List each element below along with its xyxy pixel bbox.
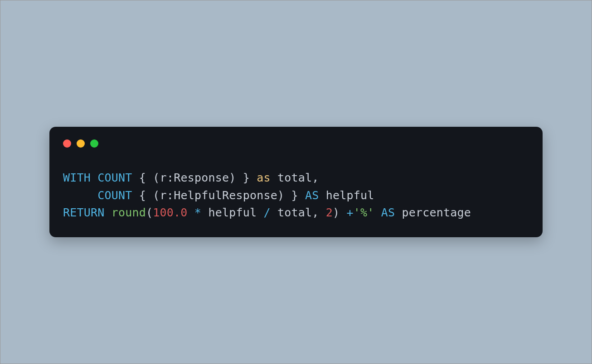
titlebar <box>63 139 529 148</box>
colon: : <box>167 189 174 202</box>
close-icon[interactable] <box>63 139 71 148</box>
keyword-as: AS <box>381 206 395 219</box>
right-brace: } <box>243 171 250 184</box>
minimize-icon[interactable] <box>77 139 85 148</box>
comma: , <box>312 206 319 219</box>
identifier-total: total <box>277 171 312 184</box>
right-brace: } <box>291 189 298 202</box>
label-helpfulresponse: HelpfulResponse <box>174 189 277 202</box>
variable-r: r <box>160 189 167 202</box>
label-response: Response <box>174 171 229 184</box>
string-percent: '%' <box>354 206 374 219</box>
operator-plus: + <box>347 206 354 219</box>
right-paren: ) <box>333 206 340 219</box>
comma: , <box>312 171 319 184</box>
identifier-total: total <box>277 206 312 219</box>
number-2: 2 <box>326 206 333 219</box>
left-paren: ( <box>153 189 160 202</box>
right-paren: ) <box>229 171 236 184</box>
zoom-icon[interactable] <box>90 139 98 148</box>
keyword-as: AS <box>305 189 319 202</box>
left-brace: { <box>139 171 146 184</box>
operator-slash: / <box>263 206 270 219</box>
function-round: round <box>112 206 146 219</box>
indent <box>63 189 97 202</box>
function-count: COUNT <box>97 189 132 202</box>
number-100: 100.0 <box>153 206 187 219</box>
identifier-helpful: helpful <box>326 189 374 202</box>
identifier-helpful: helpful <box>208 206 257 219</box>
right-paren: ) <box>277 189 284 202</box>
code-block: WITH COUNT { (r:Response) } as total, CO… <box>63 169 529 222</box>
left-brace: { <box>139 189 146 202</box>
operator-star: * <box>194 206 201 219</box>
keyword-as-lower: as <box>257 171 271 184</box>
keyword-return: RETURN <box>63 206 105 219</box>
code-window: WITH COUNT { (r:Response) } as total, CO… <box>49 127 543 237</box>
variable-r: r <box>160 171 167 184</box>
colon: : <box>167 171 174 184</box>
identifier-percentage: percentage <box>402 206 471 219</box>
function-count: COUNT <box>97 171 132 184</box>
left-paren: ( <box>146 206 153 219</box>
left-paren: ( <box>153 171 160 184</box>
keyword-with: WITH <box>63 171 91 184</box>
